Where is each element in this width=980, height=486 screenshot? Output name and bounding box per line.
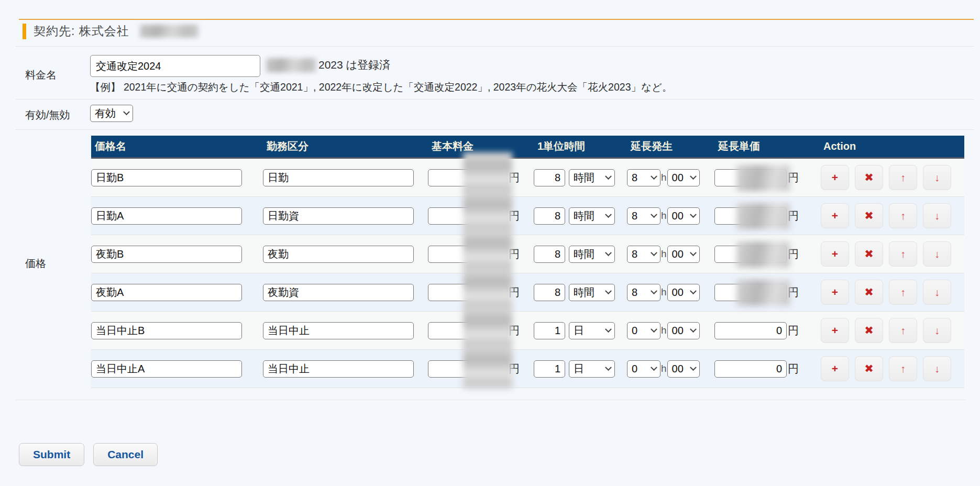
submit-button[interactable]: Submit	[19, 443, 84, 466]
add-row-button[interactable]: +	[821, 318, 849, 343]
ext-minute-select[interactable]: 00	[667, 169, 700, 186]
status-label: 有効/無効	[25, 108, 70, 122]
ext-fee-redacted	[736, 241, 790, 268]
table-row: 円 時間 8 h 00 円 + ✖ ↑ ↓	[91, 197, 964, 235]
move-up-button[interactable]: ↑	[889, 241, 917, 267]
add-row-button[interactable]: +	[821, 356, 849, 381]
chevron-down-icon	[651, 288, 657, 294]
move-down-button[interactable]: ↓	[923, 203, 951, 228]
fee-name-example: 【例】 2021年に交通の契約をした「交通2021」, 2022年に改定した「交…	[90, 80, 672, 94]
ext-hour-select[interactable]: 8	[627, 207, 660, 225]
price-name-input[interactable]	[91, 246, 242, 263]
table-row: 円 時間 8 h 00 円 + ✖ ↑ ↓	[91, 235, 964, 273]
chevron-down-icon	[651, 249, 657, 256]
col-header-unit-time: 1単位時間	[534, 139, 627, 153]
chevron-down-icon	[690, 364, 697, 371]
price-name-input[interactable]	[91, 207, 242, 225]
move-up-button[interactable]: ↑	[889, 165, 917, 190]
delete-row-button[interactable]: ✖	[855, 203, 883, 228]
fee-name-input[interactable]	[90, 55, 260, 77]
unit-time-input[interactable]	[534, 360, 565, 378]
registered-note-text: 2023 は登録済	[318, 58, 390, 72]
price-name-input[interactable]	[91, 360, 242, 378]
ext-hour-select[interactable]: 8	[627, 284, 660, 301]
move-down-button[interactable]: ↓	[923, 241, 951, 267]
divider	[16, 46, 974, 47]
ext-hour-select[interactable]: 8	[627, 246, 660, 263]
price-name-input[interactable]	[91, 284, 242, 301]
work-category-input[interactable]	[263, 169, 414, 186]
divider	[16, 129, 974, 130]
table-row: 円 時間 8 h 00 円 + ✖ ↑ ↓	[91, 273, 964, 312]
move-down-button[interactable]: ↓	[923, 318, 951, 343]
chevron-down-icon	[690, 249, 697, 256]
work-category-input[interactable]	[263, 246, 414, 263]
cancel-button[interactable]: Cancel	[93, 443, 158, 466]
hour-label: h	[661, 363, 667, 374]
price-name-input[interactable]	[91, 169, 242, 186]
status-select[interactable]: 有効	[90, 105, 133, 122]
chevron-down-icon	[690, 288, 697, 294]
hour-label: h	[661, 172, 667, 183]
chevron-down-icon	[123, 108, 130, 115]
ext-fee-input[interactable]	[714, 322, 787, 339]
work-category-input[interactable]	[263, 207, 414, 225]
chevron-down-icon	[690, 173, 697, 180]
price-name-input[interactable]	[91, 322, 242, 339]
unit-select[interactable]: 日	[569, 360, 615, 378]
ext-minute-select[interactable]: 00	[667, 284, 700, 301]
chevron-down-icon	[605, 326, 612, 333]
ext-minute-select[interactable]: 00	[667, 360, 700, 378]
work-category-input[interactable]	[263, 284, 414, 301]
table-row: 円 日 0 h 00 円 + ✖ ↑ ↓	[91, 350, 964, 388]
delete-row-button[interactable]: ✖	[855, 165, 883, 190]
ext-hour-select[interactable]: 0	[627, 360, 660, 378]
unit-select[interactable]: 時間	[569, 246, 615, 263]
price-section-label: 価格	[25, 257, 46, 271]
unit-select[interactable]: 時間	[569, 284, 615, 301]
divider	[16, 99, 974, 100]
base-fee-redaction-band	[463, 152, 512, 389]
table-row: 円 時間 8 h 00 円 + ✖ ↑ ↓	[91, 159, 964, 197]
delete-row-button[interactable]: ✖	[855, 356, 883, 381]
work-category-input[interactable]	[263, 322, 414, 339]
add-row-button[interactable]: +	[821, 203, 849, 228]
top-accent-rule	[19, 19, 974, 20]
move-up-button[interactable]: ↑	[889, 203, 917, 228]
ext-minute-select[interactable]: 00	[667, 207, 700, 225]
unit-time-input[interactable]	[534, 322, 565, 339]
unit-select[interactable]: 時間	[569, 207, 615, 225]
ext-fee-redacted	[736, 203, 790, 229]
ext-minute-select[interactable]: 00	[667, 246, 700, 263]
unit-time-input[interactable]	[534, 169, 565, 186]
delete-row-button[interactable]: ✖	[855, 280, 883, 305]
move-down-button[interactable]: ↓	[923, 280, 951, 305]
ext-hour-select[interactable]: 0	[627, 322, 660, 339]
chevron-down-icon	[605, 288, 612, 294]
ext-fee-input[interactable]	[714, 360, 787, 378]
chevron-down-icon	[651, 364, 657, 371]
unit-time-input[interactable]	[534, 246, 565, 263]
delete-row-button[interactable]: ✖	[855, 241, 883, 267]
price-table-body: 円 時間 8 h 00 円 + ✖ ↑ ↓ 円 時間	[91, 159, 964, 388]
chevron-down-icon	[690, 326, 697, 333]
registered-note: 2023 は登録済	[266, 58, 390, 72]
move-up-button[interactable]: ↑	[889, 318, 917, 343]
ext-hour-select[interactable]: 8	[627, 169, 660, 186]
unit-select[interactable]: 時間	[569, 169, 615, 186]
move-down-button[interactable]: ↓	[923, 356, 951, 381]
add-row-button[interactable]: +	[821, 280, 849, 305]
move-up-button[interactable]: ↑	[889, 280, 917, 305]
work-category-input[interactable]	[263, 360, 414, 378]
unit-time-input[interactable]	[534, 284, 565, 301]
add-row-button[interactable]: +	[821, 165, 849, 190]
ext-minute-select[interactable]: 00	[667, 322, 700, 339]
add-row-button[interactable]: +	[821, 241, 849, 267]
move-down-button[interactable]: ↓	[923, 165, 951, 190]
unit-time-input[interactable]	[534, 207, 565, 225]
move-up-button[interactable]: ↑	[889, 356, 917, 381]
delete-row-button[interactable]: ✖	[855, 318, 883, 343]
page-title: 契約先: 株式会社	[34, 23, 129, 39]
unit-select[interactable]: 日	[569, 322, 615, 339]
hour-label: h	[661, 286, 667, 298]
